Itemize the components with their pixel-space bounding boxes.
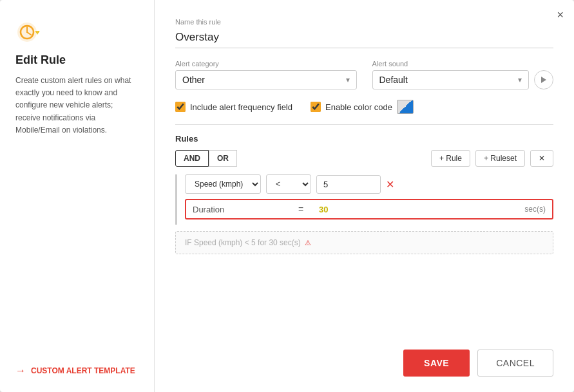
delete-rule-button[interactable]: ✕: [386, 178, 394, 191]
rules-label: Rules: [175, 134, 553, 144]
include-freq-checkbox-item[interactable]: Include alert frequency field: [175, 102, 292, 112]
cancel-button[interactable]: CANCEL: [477, 350, 553, 377]
play-icon: [540, 76, 548, 84]
rule-icon: !: [15, 21, 139, 46]
panel-title: Edit Rule: [15, 53, 139, 67]
play-sound-button[interactable]: [534, 70, 553, 89]
rule-name-label: Name this rule: [175, 18, 553, 26]
alert-category-field: Alert category Other Speed Geofence Cust…: [175, 60, 357, 89]
if-preview-text: IF Speed (kmph) < 5 for 30 sec(s): [185, 238, 301, 247]
alert-category-select[interactable]: Other Speed Geofence Custom: [182, 75, 343, 85]
alert-sound-select-wrapper[interactable]: Default Chime Alert None ▾: [372, 70, 530, 89]
enable-color-label: Enable color code: [325, 102, 392, 112]
rules-area: Speed (kmph) Duration Idle time < > = ≤ …: [175, 174, 553, 225]
enable-color-checkbox-item[interactable]: Enable color code: [311, 100, 414, 114]
panel-description: Create custom alert rules on what exactl…: [15, 75, 139, 365]
duration-equals: =: [288, 204, 314, 214]
delete-ruleset-button[interactable]: ✕: [530, 150, 553, 167]
left-panel: ! Edit Rule Create custom alert rules on…: [0, 0, 155, 392]
alert-sound-label: Alert sound: [372, 60, 554, 68]
checkboxes-row: Include alert frequency field Enable col…: [175, 100, 553, 114]
rules-actions: + Rule + Ruleset ✕: [431, 150, 553, 167]
footer-buttons: SAVE CANCEL: [175, 350, 553, 377]
operator-select[interactable]: < > = ≤ ≥: [266, 174, 311, 194]
include-freq-checkbox[interactable]: [175, 102, 186, 112]
right-panel: Name this rule Alert category Other Spee…: [155, 0, 574, 392]
alert-sound-select[interactable]: Default Chime Alert None: [379, 75, 516, 85]
chevron-down-icon: ▾: [346, 75, 350, 84]
and-toggle-button[interactable]: AND: [175, 150, 209, 167]
alert-category-label: Alert category: [175, 60, 357, 68]
alert-category-select-wrapper[interactable]: Other Speed Geofence Custom ▾: [175, 70, 357, 89]
alert-sound-row: Default Chime Alert None ▾: [372, 70, 554, 89]
speed-value-input[interactable]: [316, 175, 381, 194]
add-rule-button[interactable]: + Rule: [431, 150, 470, 167]
duration-value-input[interactable]: [319, 205, 370, 214]
divider: [175, 124, 553, 125]
if-preview: IF Speed (kmph) < 5 for 30 sec(s) ⚠: [175, 231, 553, 254]
arrow-icon: →: [15, 365, 26, 377]
add-ruleset-button[interactable]: + Ruleset: [475, 150, 525, 167]
rule-name-input[interactable]: [175, 28, 553, 48]
duration-row: Duration = sec(s): [185, 199, 553, 219]
save-button[interactable]: SAVE: [403, 350, 470, 377]
close-button[interactable]: ×: [557, 9, 564, 21]
rules-toolbar: AND OR + Rule + Ruleset ✕: [175, 150, 553, 167]
svg-marker-6: [541, 77, 546, 83]
duration-unit: sec(s): [524, 205, 546, 214]
include-freq-label: Include alert frequency field: [190, 102, 292, 112]
speed-select[interactable]: Speed (kmph) Duration Idle time: [185, 174, 261, 194]
custom-alert-template-link[interactable]: → CUSTOM ALERT TEMPLATE: [15, 365, 139, 377]
duration-label: Duration: [193, 205, 283, 214]
chevron-down-icon: ▾: [518, 75, 522, 84]
color-swatch[interactable]: [397, 100, 414, 114]
enable-color-checkbox[interactable]: [311, 102, 321, 112]
or-toggle-button[interactable]: OR: [209, 150, 237, 167]
alert-sound-field: Alert sound Default Chime Alert None ▾: [372, 60, 554, 89]
modal: × ! Edit Rule Create custom alert rules …: [0, 0, 574, 392]
warning-icon: ⚠: [305, 239, 311, 247]
speed-rule-row: Speed (kmph) Duration Idle time < > = ≤ …: [185, 174, 553, 194]
